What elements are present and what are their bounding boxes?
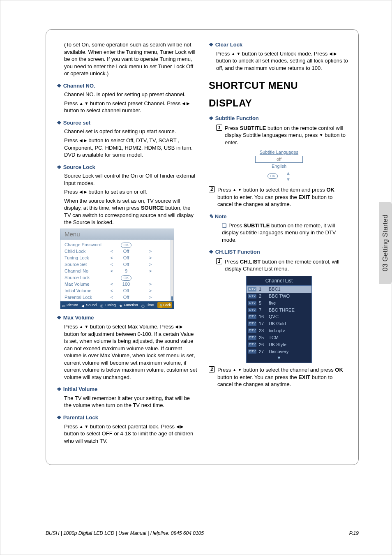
osd-menu-row: Child Lock<Off>: [65, 248, 166, 254]
footer-page-number: P.19: [349, 530, 359, 536]
max-volume-text: Press ▲ ▼ button to select Max Volume. P…: [57, 323, 197, 381]
osd-tab-bar: ▭Picture◀Sound⊞Tuning★Function◷Time🔒Lock: [60, 301, 174, 309]
tuner-lock-intro: (To set On, some operation such as searc…: [57, 41, 197, 77]
osd-menu-row: Change PasswordOK: [65, 241, 166, 248]
step-number-1-icon: 1: [216, 258, 222, 264]
right-column: Clear Lock Press ▲ ▼ button to select Un…: [209, 41, 349, 457]
up-down-icon: ▲ ▼: [233, 187, 242, 192]
step-number-1-icon: 1: [216, 125, 222, 131]
channel-list-row: DTV27Discovery: [247, 348, 311, 355]
heading-source-set: Source set: [57, 119, 197, 127]
channel-no-text-1: Channel NO. is opted for setting up pres…: [57, 91, 197, 98]
osd-menu-row: Source LockOK: [65, 274, 166, 281]
content-frame: (To set On, some operation such as searc…: [46, 29, 359, 465]
heading-chlist-function: CH.LIST Function: [209, 248, 349, 256]
heading-clear-lock: Clear Lock: [209, 41, 349, 49]
initial-volume-text: The TV will remember it after your setti…: [57, 395, 197, 409]
up-down-icon: ▲ ▼: [231, 51, 241, 56]
footer-left: BUSH | 1080p Digital LED LCD | User Manu…: [46, 530, 204, 536]
step-number-2-icon: 2: [209, 186, 215, 192]
heading-note: ✎ Note: [209, 213, 349, 220]
channel-list-row: DTV2BBC TWO: [247, 293, 311, 300]
subtitle-osd-off: off: [255, 156, 303, 163]
osd-tab-picture: ▭Picture: [62, 303, 78, 308]
subtitle-step-1: 1 Press SUBTITLE button on the remote co…: [209, 125, 349, 146]
heading-channel-no: Channel NO.: [57, 82, 197, 90]
source-lock-text-3: When the source lock is set as on, TV so…: [57, 197, 197, 226]
heading-initial-volume: Initial Volume: [57, 386, 197, 393]
subtitle-languages-osd: Subtitle Languages off English OK ▲▼: [250, 149, 308, 182]
heading-subtitle-function: Subtitle Function: [209, 115, 349, 122]
channel-list-row: DTV16QVC: [247, 313, 311, 320]
osd-menu-title: Menu: [60, 229, 174, 240]
channel-list-row: DTV23bid-uptv: [247, 327, 311, 334]
left-right-icon: ◀ ▶: [79, 190, 87, 194]
step-number-2-icon: 2: [209, 366, 215, 372]
channel-list-row: DTV1BBC1: [247, 286, 311, 293]
up-down-icon: ▲ ▼: [233, 368, 242, 372]
up-down-icon: ▲ ▼: [79, 324, 89, 329]
heading-parental-lock: Parental Lock: [57, 414, 197, 421]
left-right-icon: ◀ ▶: [175, 324, 183, 329]
osd-menu-row: Parental Lock<Off>: [65, 294, 166, 301]
up-down-icon: ▲ ▼: [79, 101, 89, 106]
osd-tab-time: ◷Time: [141, 303, 154, 308]
chlist-step-2: 2 Press ▲ ▼ button to select the channel…: [209, 366, 349, 388]
channel-list-row: DTV17UK Gold: [247, 320, 311, 327]
channel-list-row: DTV7BBC THREE: [247, 307, 311, 314]
heading-max-volume: Max Volume: [57, 314, 197, 321]
subtitle-osd-title: Subtitle Languages: [250, 149, 308, 155]
note-text: ❏Press SUBTITLE button on the remote, it…: [209, 222, 349, 244]
source-lock-text-1: Source Lock will control the On or Off o…: [57, 172, 197, 187]
left-column: (To set On, some operation such as searc…: [57, 41, 197, 457]
subtitle-osd-english: English: [250, 163, 308, 169]
note-bullet-icon: ❏: [222, 222, 228, 229]
osd-tab-tuning: ⊞Tuning: [100, 303, 116, 308]
osd-scrollbar: [171, 240, 174, 301]
source-lock-text-2: Press ◀ ▶ button to set as on or off.: [57, 188, 197, 196]
down-arrow-icon: ▼: [247, 355, 311, 363]
osd-tab-sound: ◀Sound: [81, 303, 97, 308]
chlist-step-1: 1 Press CH.LIST button on the remote con…: [209, 258, 349, 273]
osd-menu-row: Max Volume<100>: [65, 281, 166, 287]
heading-display: DISPLAY: [209, 97, 349, 110]
up-down-icon: ▲▼: [286, 170, 291, 183]
left-right-icon: ◀ ▶: [182, 101, 190, 106]
left-right-icon: ◀ ▶: [79, 138, 87, 143]
osd-menu-row: Initial Volume<Off>: [65, 287, 166, 294]
channel-list-row: DTV25TCM: [247, 334, 311, 341]
heading-shortcut-menu: SHORTCUT MENU: [209, 79, 349, 92]
osd-tab-function: ★Function: [119, 303, 138, 308]
osd-tab-lock: 🔒Lock: [157, 302, 172, 308]
clear-lock-text: Press ▲ ▼ button to select Unlock mode. …: [209, 50, 349, 72]
channel-no-text-2: Press ▲ ▼ button to select preset Channe…: [57, 100, 197, 114]
subtitle-step-2: 2 Press ▲ ▼ button to select the item an…: [209, 186, 349, 208]
channel-list-row: DTV26UK Style: [247, 341, 311, 348]
parental-lock-text: Press ▲ ▼ button to select parental lock…: [57, 423, 197, 445]
source-set-text-1: Channel set is opted for setting up star…: [57, 128, 197, 135]
down-icon: ▼: [319, 133, 323, 137]
channel-list-title: Channel List: [247, 276, 311, 286]
page-footer: BUSH | 1080p Digital LED LCD | User Manu…: [46, 528, 359, 536]
osd-lock-menu: Menu Change PasswordOKChild Lock<Off>Tun…: [60, 229, 174, 309]
channel-list-row: DTV5five: [247, 300, 311, 307]
source-set-text-2: Press ◀ ▶ button to select Off, DTV, TV,…: [57, 137, 197, 159]
left-right-icon: ◀ ▶: [329, 51, 337, 56]
heading-source-lock: Source Lock: [57, 164, 197, 171]
osd-menu-row: Channel No<9>: [65, 268, 166, 274]
left-right-icon: ◀ ▶: [176, 424, 184, 429]
osd-menu-row: Source Set<Off>: [65, 261, 166, 268]
ok-pill-icon: OK: [267, 173, 278, 179]
up-down-icon: ▲ ▼: [79, 424, 89, 429]
pencil-icon: ✎: [209, 213, 215, 220]
channel-list-osd: Channel List DTV1BBC1DTV2BBC TWODTV5five…: [246, 276, 312, 363]
osd-menu-row: Tuning Lock<Off>: [65, 254, 166, 261]
side-section-tab: 03 Getting Started: [379, 202, 392, 284]
